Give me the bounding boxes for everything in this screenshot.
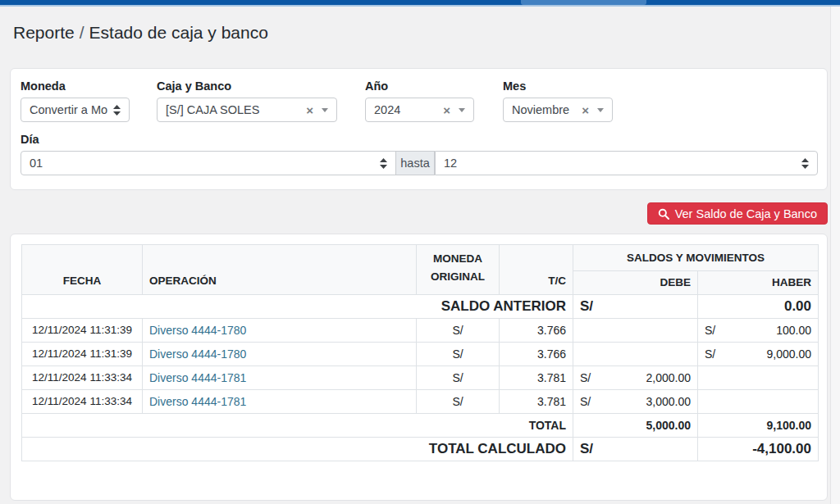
scrollbar[interactable]	[830, 7, 840, 504]
total-row: TOTAL 5,000.00 9,100.00	[22, 413, 819, 437]
moneda-select-value: Convertir a Mo	[30, 103, 108, 116]
table-row: 12/11/2024 11:33:34 Diverso 4444-1781 S/…	[22, 389, 819, 413]
top-bar-highlight	[521, 0, 646, 5]
chevron-down-icon	[597, 108, 604, 112]
report-panel: FECHA OPERACIÓN MONEDA ORIGINAL T/C SALD…	[10, 234, 828, 501]
top-bar	[0, 0, 840, 7]
cell-moneda-original: S/	[417, 389, 500, 413]
header-operacion: OPERACIÓN	[143, 245, 417, 295]
cell-tc: 3.766	[500, 318, 573, 342]
cell-haber	[698, 389, 819, 413]
operation-link[interactable]: Diverso 4444-1780	[149, 324, 246, 337]
haber-amount: 9,000.00	[767, 347, 812, 361]
header-debe: DEBE	[573, 271, 698, 294]
mes-label: Mes	[503, 79, 526, 93]
dia-to-select[interactable]: 12	[435, 151, 818, 175]
saldo-anterior-amount: 0.00	[698, 294, 819, 318]
haber-currency: S/	[705, 324, 715, 337]
header-moneda-original: MONEDA ORIGINAL	[417, 245, 500, 295]
operation-link[interactable]: Diverso 4444-1781	[149, 395, 246, 408]
cell-moneda-original: S/	[417, 318, 500, 342]
cell-debe	[573, 342, 698, 366]
table-row: 12/11/2024 11:31:39 Diverso 4444-1780 S/…	[22, 342, 819, 366]
cell-operacion: Diverso 4444-1780	[143, 342, 417, 366]
anio-label: Año	[365, 79, 388, 93]
cell-operacion: Diverso 4444-1781	[143, 389, 417, 413]
cell-fecha: 12/11/2024 11:31:39	[22, 342, 143, 366]
total-haber: 9,100.00	[698, 413, 819, 437]
ver-saldo-button-label: Ver Saldo de Caja y Banco	[675, 207, 817, 220]
saldo-anterior-currency: S/	[573, 294, 698, 318]
cell-tc: 3.781	[500, 389, 573, 413]
dia-to-value: 12	[444, 157, 797, 170]
chevron-down-icon	[459, 108, 465, 112]
cell-tc: 3.766	[500, 342, 573, 366]
cell-debe: S/ 2,000.00	[573, 366, 698, 389]
total-debe: 5,000.00	[573, 413, 698, 437]
table-header: FECHA OPERACIÓN MONEDA ORIGINAL T/C SALD…	[22, 245, 819, 295]
total-calculado-currency: S/	[573, 437, 698, 461]
ver-saldo-button[interactable]: Ver Saldo de Caja y Banco	[647, 202, 828, 225]
clear-icon[interactable]: ×	[443, 104, 450, 116]
updown-icon	[113, 105, 121, 116]
debe-currency: S/	[580, 371, 591, 384]
header-row-group: FECHA OPERACIÓN MONEDA ORIGINAL T/C SALD…	[22, 245, 819, 271]
cell-debe	[573, 318, 698, 342]
haber-currency: S/	[705, 347, 715, 361]
total-calculado-amount: -4,100.00	[698, 437, 819, 461]
breadcrumb: Reporte / Estado de caja y banco	[13, 23, 268, 43]
cell-operacion: Diverso 4444-1781	[143, 366, 417, 389]
debe-amount: 2,000.00	[646, 371, 692, 384]
dia-from-value: 01	[30, 157, 375, 170]
saldo-anterior-label: SALDO ANTERIOR	[22, 294, 573, 318]
cell-haber	[698, 366, 819, 389]
operation-link[interactable]: Diverso 4444-1781	[149, 371, 246, 384]
search-icon	[658, 208, 669, 220]
filter-panel: Moneda Caja y Banco Año Mes Convertir a …	[10, 68, 828, 190]
header-fecha: FECHA	[22, 245, 143, 295]
cell-fecha: 12/11/2024 11:33:34	[22, 389, 143, 413]
caja-banco-select-value: [S/] CAJA SOLES	[166, 103, 301, 116]
cell-operacion: Diverso 4444-1780	[143, 318, 417, 342]
debe-amount: 3,000.00	[646, 395, 692, 408]
haber-amount: 100.00	[776, 324, 811, 337]
clear-icon[interactable]: ×	[582, 104, 589, 116]
clear-icon[interactable]: ×	[306, 104, 313, 116]
anio-select-value: 2024	[374, 103, 438, 116]
dia-label: Día	[21, 133, 39, 147]
cell-haber: S/ 100.00	[698, 318, 819, 342]
dia-from-select[interactable]: 01	[21, 151, 396, 175]
cell-moneda-original: S/	[417, 342, 500, 366]
cell-fecha: 12/11/2024 11:33:34	[22, 366, 143, 389]
caja-banco-label: Caja y Banco	[157, 79, 231, 93]
cell-moneda-original: S/	[417, 366, 500, 389]
cell-tc: 3.781	[500, 366, 573, 389]
chevron-down-icon	[322, 108, 328, 112]
total-label: TOTAL	[22, 413, 573, 437]
saldo-anterior-row: SALDO ANTERIOR S/ 0.00	[22, 294, 819, 318]
total-calculado-row: TOTAL CALCULADO S/ -4,100.00	[22, 437, 819, 461]
breadcrumb-section: Reporte	[13, 23, 75, 43]
caja-banco-select[interactable]: [S/] CAJA SOLES ×	[157, 98, 337, 122]
updown-icon	[801, 158, 809, 169]
top-bar-underline	[0, 5, 840, 7]
mes-select[interactable]: Noviembre ×	[503, 98, 613, 122]
total-calculado-label: TOTAL CALCULADO	[22, 437, 573, 461]
header-tc: T/C	[500, 245, 573, 295]
table-row: 12/11/2024 11:33:34 Diverso 4444-1781 S/…	[22, 366, 819, 389]
cell-haber: S/ 9,000.00	[698, 342, 819, 366]
moneda-select[interactable]: Convertir a Mo	[21, 98, 130, 122]
cell-debe: S/ 3,000.00	[573, 389, 698, 413]
updown-icon	[380, 158, 387, 169]
mes-select-value: Noviembre	[512, 103, 577, 116]
cell-fecha: 12/11/2024 11:31:39	[22, 318, 143, 342]
anio-select[interactable]: 2024 ×	[365, 98, 474, 122]
moneda-label: Moneda	[21, 79, 66, 93]
report-table: FECHA OPERACIÓN MONEDA ORIGINAL T/C SALD…	[21, 244, 819, 461]
page-title: Estado de caja y banco	[89, 23, 268, 43]
header-saldos-movimientos: SALDOS Y MOVIMIENTOS	[573, 245, 819, 271]
debe-currency: S/	[580, 395, 591, 408]
breadcrumb-separator: /	[80, 23, 84, 43]
header-haber: HABER	[698, 271, 819, 294]
operation-link[interactable]: Diverso 4444-1780	[149, 347, 246, 361]
